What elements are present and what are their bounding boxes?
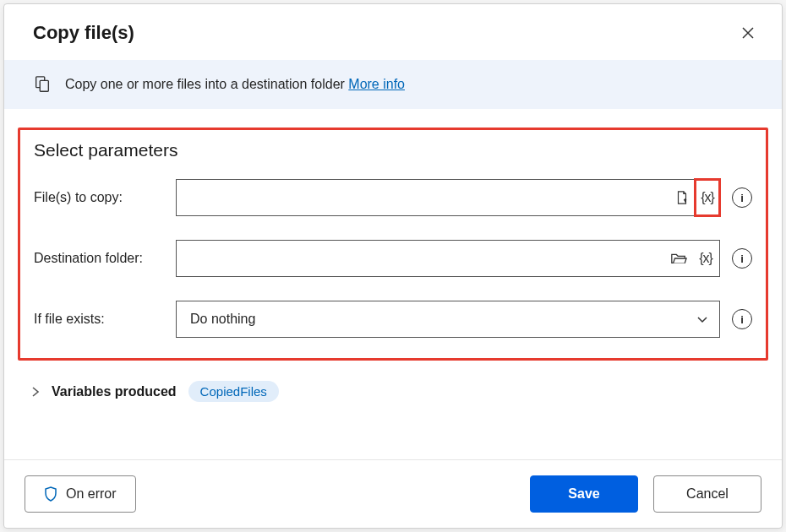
label-files-to-copy: File(s) to copy: <box>34 190 176 205</box>
label-destination-folder: Destination folder: <box>34 251 176 266</box>
save-label: Save <box>568 486 599 502</box>
dialog-title: Copy file(s) <box>33 22 134 44</box>
copy-files-icon <box>33 75 52 94</box>
row-if-file-exists: If file exists: Do nothing i <box>34 301 752 338</box>
select-parameters-section: Select parameters File(s) to copy: <box>18 128 768 361</box>
info-icon: i <box>740 313 744 326</box>
help-if-file-exists[interactable]: i <box>732 309 752 329</box>
close-button[interactable] <box>734 19 761 46</box>
variable-token-icon: {x} <box>701 190 714 205</box>
section-title: Select parameters <box>34 140 752 160</box>
banner-text: Copy one or more files into a destinatio… <box>65 77 348 91</box>
chevron-right-icon <box>31 387 40 397</box>
select-file-button[interactable] <box>669 180 696 215</box>
copy-files-dialog: Copy file(s) Copy one or more files into… <box>3 3 783 529</box>
on-error-button[interactable]: On error <box>25 475 136 513</box>
cancel-button[interactable]: Cancel <box>653 475 761 513</box>
folder-icon <box>670 251 687 266</box>
variable-token-icon: {x} <box>699 251 712 266</box>
chevron-down-icon <box>696 312 709 326</box>
if-file-exists-select[interactable]: Do nothing <box>176 301 720 338</box>
row-destination-folder: Destination folder: {x} <box>34 240 752 277</box>
input-files-to-copy-wrap: {x} <box>176 179 720 216</box>
variables-produced-label: Variables produced <box>52 384 177 399</box>
row-files-to-copy: File(s) to copy: {x} <box>34 179 752 216</box>
on-error-label: On error <box>66 486 117 502</box>
insert-variable-button-files[interactable]: {x} <box>694 178 721 217</box>
files-to-copy-input[interactable] <box>177 180 669 215</box>
footer-right: Save Cancel <box>530 475 761 513</box>
dialog-header: Copy file(s) <box>4 4 782 60</box>
help-files-to-copy[interactable]: i <box>732 187 752 208</box>
input-destination-wrap: {x} <box>176 240 720 277</box>
label-if-file-exists: If file exists: <box>34 312 176 327</box>
file-picker-icon <box>674 190 690 205</box>
destination-folder-input[interactable] <box>177 241 665 276</box>
more-info-link[interactable]: More info <box>348 77 405 91</box>
variables-produced-row[interactable]: Variables produced CopiedFiles <box>4 369 782 407</box>
cancel-label: Cancel <box>686 486 729 502</box>
help-destination-folder[interactable]: i <box>732 248 752 269</box>
if-file-exists-value: Do nothing <box>190 312 255 327</box>
shield-icon <box>44 486 57 502</box>
close-icon <box>741 26 755 40</box>
info-icon: i <box>740 192 744 204</box>
save-button[interactable]: Save <box>530 475 638 513</box>
svg-rect-1 <box>40 80 48 91</box>
dialog-body: Select parameters File(s) to copy: <box>4 109 782 459</box>
insert-variable-button-destination[interactable]: {x} <box>692 241 719 276</box>
banner-text-wrap: Copy one or more files into a destinatio… <box>65 77 405 92</box>
dialog-footer: On error Save Cancel <box>4 459 782 528</box>
variable-pill-copiedfiles[interactable]: CopiedFiles <box>188 381 279 402</box>
browse-folder-button[interactable] <box>665 241 692 276</box>
info-icon: i <box>740 252 744 265</box>
info-banner: Copy one or more files into a destinatio… <box>4 60 782 109</box>
